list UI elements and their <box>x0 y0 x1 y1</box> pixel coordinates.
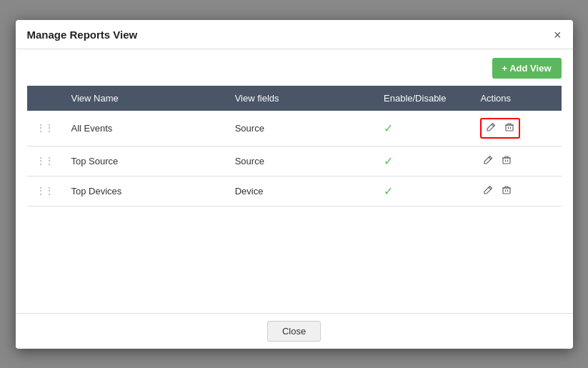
table-row: ⋮⋮Top DevicesDevice✓ <box>27 176 562 206</box>
actions-cell <box>472 176 561 206</box>
footer-close-button[interactable]: Close <box>267 321 321 342</box>
modal-header: Manage Reports View × <box>16 20 573 49</box>
edit-icon <box>483 185 493 195</box>
delete-button[interactable] <box>499 154 514 169</box>
table-row: ⋮⋮Top SourceSource✓ <box>27 146 562 176</box>
view-fields-cell: Source <box>226 146 375 176</box>
add-view-button[interactable]: + Add View <box>492 58 562 79</box>
enabled-checkbox-icon: ✓ <box>384 185 393 197</box>
modal-title: Manage Reports View <box>27 29 138 41</box>
view-fields-cell: Device <box>226 176 375 206</box>
drag-handle[interactable]: ⋮⋮ <box>27 146 63 176</box>
enabled-checkbox-icon: ✓ <box>384 155 393 167</box>
col-handle <box>27 86 63 111</box>
delete-button[interactable] <box>499 184 514 199</box>
col-actions: Actions <box>472 86 561 111</box>
toolbar: + Add View <box>27 58 562 79</box>
delete-icon <box>502 155 512 165</box>
drag-handle[interactable]: ⋮⋮ <box>27 176 63 206</box>
modal-close-button[interactable]: × <box>554 29 562 41</box>
enabled-checkbox-icon: ✓ <box>384 122 393 134</box>
delete-icon <box>504 122 514 132</box>
view-name-cell: Top Devices <box>63 176 226 206</box>
delete-icon <box>502 185 512 195</box>
col-enable-disable: Enable/Disable <box>375 86 472 111</box>
svg-rect-0 <box>506 125 513 131</box>
view-name-cell: Top Source <box>63 146 226 176</box>
highlighted-actions <box>480 118 520 139</box>
drag-handle-icon: ⋮⋮ <box>36 185 53 197</box>
actions-cell <box>472 111 561 146</box>
edit-icon <box>486 122 496 132</box>
enable-disable-cell: ✓ <box>375 176 472 206</box>
actions-cell <box>472 146 561 176</box>
manage-reports-modal: Manage Reports View × + Add View View Na… <box>16 20 573 349</box>
table-header-row: View Name View fields Enable/Disable Act… <box>27 86 562 111</box>
view-name-cell: All Events <box>63 111 226 146</box>
enable-disable-cell: ✓ <box>375 111 472 146</box>
col-view-fields: View fields <box>226 86 375 111</box>
drag-handle-icon: ⋮⋮ <box>36 155 53 166</box>
drag-handle-icon: ⋮⋮ <box>36 122 53 134</box>
modal-body: + Add View View Name View fields Enable/… <box>16 49 573 313</box>
col-view-name: View Name <box>63 86 226 111</box>
delete-button[interactable] <box>502 121 517 136</box>
drag-handle[interactable]: ⋮⋮ <box>27 111 63 146</box>
svg-rect-1 <box>503 158 510 164</box>
modal-footer: Close <box>16 313 573 349</box>
svg-rect-2 <box>503 188 510 194</box>
edit-button[interactable] <box>480 154 496 169</box>
table-row: ⋮⋮All EventsSource✓ <box>27 111 562 146</box>
reports-table: View Name View fields Enable/Disable Act… <box>27 86 562 207</box>
edit-button[interactable] <box>480 184 496 199</box>
enable-disable-cell: ✓ <box>375 146 472 176</box>
edit-button[interactable] <box>483 121 499 136</box>
view-fields-cell: Source <box>226 111 375 146</box>
edit-icon <box>483 155 493 165</box>
